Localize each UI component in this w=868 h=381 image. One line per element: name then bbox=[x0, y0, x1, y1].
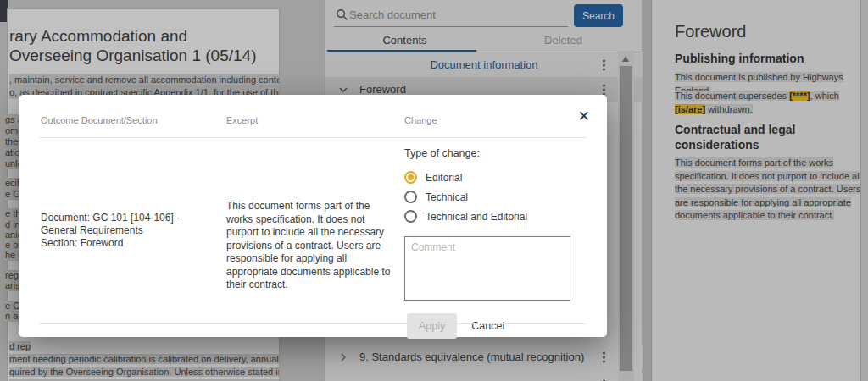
excerpt-cell: This document forms part of the works sp… bbox=[226, 200, 394, 292]
comment-textarea[interactable] bbox=[404, 236, 570, 301]
cancel-button[interactable]: Cancel bbox=[471, 320, 504, 332]
radio-label: Editorial bbox=[426, 172, 462, 184]
outcome-document: Document: GC 101 [104-106] - General Req… bbox=[41, 212, 210, 237]
outcome-cell: Document: GC 101 [104-106] - General Req… bbox=[41, 212, 210, 250]
radio-icon[interactable] bbox=[404, 210, 417, 223]
header-divider bbox=[39, 137, 587, 138]
column-header-excerpt: Excerpt bbox=[226, 115, 258, 125]
radio-icon[interactable] bbox=[404, 171, 417, 184]
radio-label: Technical bbox=[426, 191, 468, 203]
change-cell: Type of change: Editorial Technical Tech… bbox=[404, 147, 591, 339]
apply-button[interactable]: Apply bbox=[407, 313, 457, 339]
dialog-buttons: Apply Cancel bbox=[404, 313, 591, 339]
footer-divider bbox=[39, 323, 587, 324]
radio-icon[interactable] bbox=[404, 190, 417, 203]
radio-option-editorial[interactable]: Editorial bbox=[404, 168, 591, 187]
type-of-change-label: Type of change: bbox=[404, 147, 591, 159]
radio-option-technical-and-editorial[interactable]: Technical and Editorial bbox=[404, 207, 591, 226]
outcome-section: Section: Foreword bbox=[41, 237, 210, 250]
close-icon[interactable]: ✕ bbox=[578, 108, 590, 125]
radio-label: Technical and Editorial bbox=[426, 211, 527, 223]
column-header-outcome: Outcome Document/Section bbox=[41, 115, 158, 125]
app-root: rary Accommodation and Overseeing Organi… bbox=[0, 0, 868, 381]
radio-option-technical[interactable]: Technical bbox=[404, 187, 591, 207]
change-dialog: Outcome Document/Section Excerpt Change … bbox=[19, 95, 607, 337]
column-header-change: Change bbox=[404, 115, 437, 125]
